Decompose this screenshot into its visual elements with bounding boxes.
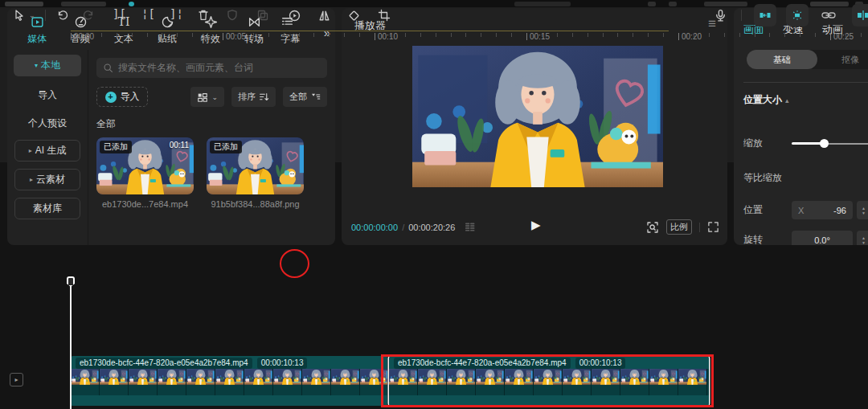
position-x-field[interactable]: X -96 xyxy=(792,201,853,219)
divider xyxy=(699,223,700,232)
slider-track-empty xyxy=(824,143,868,145)
preview-scene-art xyxy=(129,369,157,385)
position-size-section-header[interactable]: 位置大小▴ xyxy=(743,93,789,107)
ruler-minor-tick xyxy=(329,33,330,37)
freeze-frame-icon[interactable] xyxy=(226,9,239,22)
ruler-minor-tick xyxy=(557,33,558,37)
ruler-minor-tick xyxy=(101,33,102,37)
ruler-minor-tick xyxy=(162,33,162,37)
ruler-minor-tick xyxy=(207,33,208,37)
preview-scene-art xyxy=(158,369,186,385)
subtab-basic[interactable]: 基础 xyxy=(747,50,817,69)
axis-x-label: X xyxy=(798,206,804,215)
sidebar-item-label: 个人预设 xyxy=(28,117,67,130)
ruler-minor-tick xyxy=(390,33,391,37)
filter-button-label: 全部 xyxy=(289,91,307,103)
filmstrip-frame xyxy=(100,369,129,395)
player-right-controls: 比例 xyxy=(646,219,719,235)
ruler-minor-tick xyxy=(299,33,300,37)
ruler-minor-tick xyxy=(709,33,710,37)
fullscreen-icon[interactable] xyxy=(707,221,719,233)
filter-button[interactable]: 全部 xyxy=(283,87,327,107)
sidebar-item-label: 素材库 xyxy=(33,202,62,215)
ruler-minor-tick xyxy=(177,33,178,37)
filmstrip-frame xyxy=(215,369,244,395)
ruler-minor-tick xyxy=(420,33,421,37)
ruler-minor-tick xyxy=(405,33,406,37)
delete-left-icon[interactable]: ¦[ xyxy=(141,7,155,20)
crop-icon[interactable] xyxy=(378,9,391,22)
linkage-toggle[interactable] xyxy=(786,4,809,27)
sidebar-item-local[interactable]: ▾ 本地 xyxy=(14,55,81,76)
preview-axis-toggle[interactable] xyxy=(852,4,868,27)
import-button[interactable]: + 导入 xyxy=(96,87,148,107)
filmstrip-frame xyxy=(158,369,186,395)
timeline-ruler[interactable]: 00:0000:0500:1000:1500:2000:25 xyxy=(0,31,868,48)
current-timecode: 00:00:00:00 xyxy=(351,223,398,232)
timeline-toolbar: ⌄ ][ ¦[ ]¦ xyxy=(0,0,868,31)
sidebar-item-ai-generate[interactable]: ▸ AI 生成 xyxy=(14,140,80,162)
rotate-icon[interactable] xyxy=(347,9,361,22)
video-preview[interactable] xyxy=(412,46,663,187)
undo-icon[interactable] xyxy=(56,9,69,22)
chevron-right-icon: ▸ xyxy=(29,147,32,154)
record-audio-icon[interactable] xyxy=(714,9,727,22)
ruler-minor-tick xyxy=(663,33,664,37)
search-input[interactable]: 搜索文件名称、画面元素、台词 xyxy=(96,58,327,78)
chevron-right-icon: ▸ xyxy=(30,176,33,183)
ruler-minor-tick xyxy=(648,33,649,37)
ratio-button[interactable]: 比例 xyxy=(666,219,692,235)
playhead-handle[interactable] xyxy=(67,276,75,287)
sidebar-item-presets[interactable]: 个人预设 xyxy=(7,113,88,133)
rotation-field[interactable]: 0.0° xyxy=(792,231,853,245)
media-card-video[interactable]: 已添加 00:11 eb1730de...7e84.mp4 xyxy=(96,137,194,209)
delete-icon[interactable] xyxy=(197,9,210,22)
ruler-minor-tick xyxy=(268,33,269,37)
ruler-minor-tick xyxy=(344,33,345,37)
timeline-clip-1[interactable]: eb1730de-bcfc-44e7-820a-e05e4a2b7e84.mp4… xyxy=(71,356,387,406)
mirror-icon[interactable] xyxy=(317,9,331,22)
ruler-minor-tick xyxy=(147,33,148,37)
view-mode-dropdown[interactable]: ⌄ xyxy=(190,87,224,107)
split-icon[interactable]: ][ xyxy=(113,7,126,20)
video-track-icon[interactable]: ▸ xyxy=(10,373,23,387)
subtab-matting[interactable]: 抠像 xyxy=(817,54,868,66)
playhead-line[interactable] xyxy=(70,276,72,409)
redo-icon[interactable] xyxy=(82,9,95,22)
play-button[interactable]: ▶ xyxy=(531,218,541,232)
sidebar-item-library[interactable]: 素材库 xyxy=(14,198,80,219)
filmstrip-frame xyxy=(129,369,158,395)
filmstrip-frame xyxy=(273,369,302,395)
link-icon[interactable] xyxy=(821,10,836,20)
delete-right-icon[interactable]: ]¦ xyxy=(170,7,183,20)
sidebar-item-cloud[interactable]: ▸ 云素材 xyxy=(14,169,80,190)
position-label: 位置 xyxy=(743,203,763,217)
ruler-minor-tick xyxy=(132,33,133,37)
sort-button-label: 排序 xyxy=(238,91,256,103)
overlay-icon[interactable] xyxy=(256,9,269,22)
ruler-minor-tick xyxy=(86,33,87,37)
select-cursor-icon[interactable] xyxy=(13,9,26,22)
ruler-minor-tick xyxy=(845,33,846,37)
position-x-value: -96 xyxy=(833,206,846,215)
media-thumbnail[interactable]: 已添加 xyxy=(207,137,304,194)
media-cards-row: 已添加 00:11 eb1730de...7e84.mp4 xyxy=(96,137,327,209)
position-x-stepper[interactable]: ▲▼ xyxy=(857,201,868,219)
ruler-minor-tick xyxy=(739,33,740,37)
ruler-major-tick xyxy=(71,33,72,40)
media-sidebar: ▾ 本地 导入 个人预设 ▸ AI 生成 ▸ 云素材 素材库 xyxy=(7,50,88,245)
media-card-image[interactable]: 已添加 91b5bf384...88a8f.png xyxy=(207,137,304,209)
ruler-minor-tick xyxy=(496,33,497,37)
preview-scene-art xyxy=(302,369,330,385)
reverse-icon[interactable] xyxy=(288,9,301,22)
sidebar-item-import[interactable]: 导入 xyxy=(7,85,88,104)
cursor-dropdown-chevron-icon[interactable]: ⌄ xyxy=(29,11,35,19)
media-content: 搜索文件名称、画面元素、台词 + 导入 ⌄ 排序 xyxy=(88,50,335,245)
sort-button[interactable]: 排序 xyxy=(231,87,276,107)
frame-list-icon[interactable] xyxy=(464,221,476,233)
snap-toggle[interactable] xyxy=(754,4,776,27)
preview-zoom-icon[interactable] xyxy=(646,221,659,234)
slider-thumb[interactable] xyxy=(820,139,829,148)
media-thumbnail[interactable]: 已添加 00:11 xyxy=(96,137,194,194)
rotation-stepper[interactable]: ▲▼ xyxy=(857,231,868,245)
